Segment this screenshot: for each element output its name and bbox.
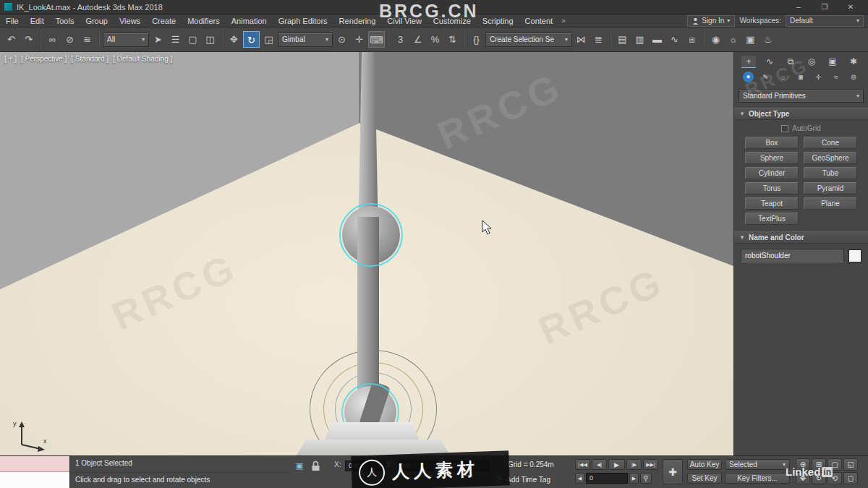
curve-editor-icon[interactable]: ∿	[666, 31, 683, 48]
reference-coordinate-dropdown[interactable]: Gimbal ▾	[278, 33, 333, 47]
tab-display[interactable]: ▣	[825, 56, 840, 67]
viewport-menu-shading[interactable]: [ Default Shading ]	[113, 55, 172, 63]
redo-icon[interactable]: ↷	[20, 31, 37, 48]
viewport-label: [ + ] [ Perspective ] [ Standard ] [ Def…	[4, 55, 172, 63]
frame-step-forward-icon[interactable]: ▶	[629, 473, 639, 484]
menu-edit[interactable]: Edit	[25, 17, 50, 25]
object-type-button-torus[interactable]: Torus	[745, 182, 799, 194]
schematic-view-icon[interactable]: ⧈	[684, 31, 700, 48]
key-mode-toggle-icon[interactable]: ⚲	[640, 473, 652, 484]
auto-key-button[interactable]: Auto Key	[687, 459, 722, 470]
select-and-move-icon[interactable]: ✥	[226, 31, 242, 48]
select-and-manipulate-icon[interactable]: ✛	[351, 31, 367, 48]
object-type-button-teapot[interactable]: Teapot	[745, 197, 799, 210]
menu-group[interactable]: Group	[80, 17, 114, 25]
ribbon-toggle-icon[interactable]: ▬	[649, 31, 665, 48]
menu-rendering[interactable]: Rendering	[333, 17, 382, 25]
object-type-button-tube[interactable]: Tube	[804, 167, 857, 179]
frame-step-back-icon[interactable]: ◀	[575, 473, 584, 484]
menu-tools[interactable]: Tools	[50, 17, 80, 25]
menu-create[interactable]: Create	[146, 17, 182, 25]
object-type-button-cylinder[interactable]: Cylinder	[745, 167, 799, 179]
angle-snap-icon[interactable]: ∠	[409, 31, 426, 48]
rendered-frame-window-icon[interactable]: ▣	[742, 31, 759, 48]
next-frame-button[interactable]: |▶	[626, 459, 642, 470]
object-type-button-textplus[interactable]: TextPlus	[745, 213, 799, 225]
viewport[interactable]: RRCG RRCG RRCG y x [ + ]	[0, 52, 733, 455]
autogrid-checkbox[interactable]	[781, 125, 788, 132]
menu-file[interactable]: File	[0, 17, 25, 25]
minimize-button[interactable]: –	[786, 3, 812, 11]
menu-overflow-chevron[interactable]: »	[558, 17, 569, 25]
snaps-toggle-icon[interactable]: 3	[392, 31, 409, 48]
category-spacewarps-icon[interactable]: ≈	[830, 72, 842, 82]
close-button[interactable]: ✕	[838, 3, 864, 11]
render-production-icon[interactable]: ♨	[760, 31, 776, 48]
object-type-button-cone[interactable]: Cone	[804, 137, 857, 149]
object-type-button-sphere[interactable]: Sphere	[745, 152, 799, 164]
use-pivot-center-icon[interactable]: ⊙	[333, 31, 350, 48]
viewport-menu-standard[interactable]: [ Standard ]	[71, 55, 109, 63]
category-helpers-icon[interactable]: ✛	[812, 72, 824, 82]
align-icon[interactable]: ≣	[590, 31, 607, 48]
category-systems-icon[interactable]: ⊚	[848, 72, 859, 82]
selection-lock-icon[interactable]	[311, 461, 320, 471]
select-by-name-icon[interactable]: ☰	[167, 31, 184, 48]
previous-frame-button[interactable]: ◀|	[592, 459, 607, 470]
scene-explorer-icon[interactable]: ▤	[614, 31, 631, 48]
named-selection-sets-icon[interactable]: {}	[468, 31, 485, 48]
menu-scripting[interactable]: Scripting	[477, 17, 519, 25]
tab-utilities[interactable]: ✱	[846, 56, 861, 67]
add-time-tag[interactable]: Add Time Tag	[506, 476, 550, 484]
layer-explorer-icon[interactable]: ▥	[631, 31, 648, 48]
isolate-selection-icon[interactable]: ▣	[294, 460, 305, 471]
menu-animation[interactable]: Animation	[226, 17, 273, 25]
object-type-button-pyramid[interactable]: Pyramid	[804, 182, 857, 194]
key-filters-button[interactable]: Key Filters...	[725, 473, 790, 484]
mirror-icon[interactable]: ⋈	[573, 31, 590, 48]
maxscript-mini-listener[interactable]	[0, 456, 70, 488]
select-and-rotate-icon[interactable]: ↻	[243, 31, 260, 48]
percent-snap-icon[interactable]: %	[427, 31, 443, 48]
keyboard-shortcut-override-icon[interactable]: ⌨	[368, 31, 385, 48]
material-editor-icon[interactable]: ◉	[707, 31, 724, 48]
selection-region-icon[interactable]: ▢	[184, 31, 201, 48]
object-type-button-box[interactable]: Box	[745, 137, 799, 149]
name-color-rollout-header[interactable]: ▼ Name and Color	[734, 231, 868, 244]
maximize-button[interactable]: ❐	[812, 3, 838, 11]
go-to-start-button[interactable]: |◀◀	[575, 459, 590, 470]
menu-content[interactable]: Content	[519, 17, 559, 25]
set-keys-button[interactable]: ✚	[663, 459, 683, 484]
object-name-field[interactable]: robotShoulder	[741, 249, 844, 262]
menu-graph-editors[interactable]: Graph Editors	[273, 17, 333, 25]
current-frame-field[interactable]: 0	[586, 473, 628, 484]
unlink-selection-icon[interactable]: ⊘	[61, 31, 78, 48]
menu-views[interactable]: Views	[114, 17, 146, 25]
sign-in-dropdown[interactable]: Sign In ▾	[687, 15, 735, 27]
spinner-snap-icon[interactable]: ⇅	[444, 31, 461, 48]
menu-modifiers[interactable]: Modifiers	[182, 17, 226, 25]
object-color-swatch[interactable]	[848, 249, 861, 262]
named-selection-set-dropdown[interactable]: Create Selection Se ▾	[485, 33, 572, 47]
object-type-button-plane[interactable]: Plane	[804, 197, 857, 210]
viewport-menu-plus[interactable]: [ + ]	[4, 55, 17, 63]
window-crossing-icon[interactable]: ◫	[202, 31, 218, 48]
select-object-icon[interactable]: ➤	[150, 31, 166, 48]
tab-create[interactable]: +	[741, 56, 756, 68]
key-mode-dropdown[interactable]: Selected ▾	[725, 459, 790, 470]
workspace-dropdown[interactable]: Default ▾	[786, 15, 864, 27]
selection-filter-dropdown[interactable]: All ▾	[103, 33, 149, 47]
select-and-scale-icon[interactable]: ◲	[260, 31, 277, 48]
viewport-menu-view[interactable]: [ Perspective ]	[21, 55, 67, 63]
set-key-button[interactable]: Set Key	[687, 473, 722, 484]
bind-to-space-warp-icon[interactable]: ≋	[79, 31, 95, 48]
object-type-button-geosphere[interactable]: GeoSphere	[804, 152, 857, 164]
render-setup-icon[interactable]: ☼	[725, 31, 741, 48]
maximize-viewport-icon[interactable]: ◻	[843, 472, 858, 484]
zoom-region-icon[interactable]: ◱	[843, 458, 858, 471]
select-and-link-icon[interactable]: ∞	[44, 31, 61, 48]
go-to-end-button[interactable]: ▶▶|	[643, 459, 658, 470]
play-button[interactable]: ▶	[608, 459, 625, 470]
object-type-rollout-header[interactable]: ▼ Object Type	[734, 108, 868, 120]
undo-icon[interactable]: ↶	[3, 31, 20, 48]
